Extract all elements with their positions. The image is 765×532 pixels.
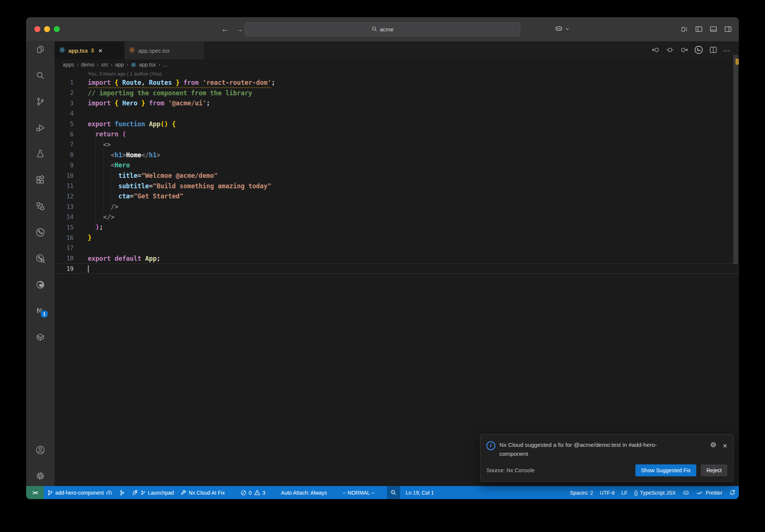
code-line[interactable]: 7 <> bbox=[55, 139, 739, 150]
search-icon bbox=[372, 26, 377, 33]
errors-icon bbox=[241, 490, 247, 496]
problems-item[interactable]: 0 3 bbox=[237, 486, 269, 499]
nav-back-button[interactable]: ← bbox=[221, 25, 229, 34]
settings-gear-icon[interactable] bbox=[35, 471, 45, 481]
overview-ruler-warning-marker bbox=[735, 59, 739, 65]
edge-icon[interactable] bbox=[35, 280, 45, 290]
git-graph-icon bbox=[119, 490, 125, 496]
nx-icon[interactable]: N> 1 bbox=[35, 306, 45, 316]
breadcrumb-item[interactable]: demo bbox=[81, 62, 94, 68]
breadcrumb-item[interactable]: app.tsx bbox=[139, 62, 156, 68]
vim-mode-item[interactable]: -- NORMAL -- bbox=[339, 486, 378, 499]
window-controls bbox=[34, 26, 60, 32]
line-number: 19 bbox=[55, 265, 74, 272]
hierarchy-icon[interactable] bbox=[35, 201, 45, 211]
search-icon[interactable] bbox=[35, 71, 45, 80]
code-line[interactable]: 19 bbox=[55, 263, 739, 274]
toggle-panel-icon[interactable] bbox=[709, 25, 718, 33]
code-line[interactable]: 12 cta="Get Started" bbox=[55, 191, 739, 202]
code-line[interactable]: 8 <h1>Home</h1> bbox=[55, 150, 739, 160]
copilot-status-item[interactable] bbox=[679, 486, 693, 499]
tab-app-spec-tsx[interactable]: app.spec.tsx bbox=[124, 41, 205, 59]
toggle-secondary-sidebar-icon[interactable] bbox=[724, 25, 732, 33]
code-line[interactable]: 6 return ( bbox=[55, 129, 739, 139]
code-line[interactable]: 3import { Hero } from '@acme/ui'; bbox=[55, 98, 739, 108]
auto-attach-item[interactable]: Auto Attach: Always bbox=[278, 486, 330, 499]
nx-cloud-ai-fix-item[interactable]: Nx Cloud AI Fix bbox=[177, 486, 228, 499]
code-line[interactable]: 18export default App; bbox=[55, 253, 739, 264]
code-area[interactable]: You, 3 hours ago | 1 author (You) 1impor… bbox=[55, 70, 739, 486]
scrollbar[interactable] bbox=[733, 55, 738, 264]
next-change-icon[interactable] bbox=[680, 46, 688, 56]
git-blame-annotation: You, 3 hours ago | 1 author (You) bbox=[88, 70, 739, 77]
encoding-item[interactable]: UTF-8 bbox=[597, 486, 618, 499]
code-line[interactable]: 4 bbox=[55, 108, 739, 119]
current-change-icon[interactable] bbox=[666, 46, 674, 56]
tab-label: app.spec.tsx bbox=[138, 47, 170, 54]
tab-label: app.tsx bbox=[68, 47, 88, 54]
reject-button[interactable]: Reject bbox=[701, 464, 727, 476]
formatter-item[interactable]: Prettier bbox=[693, 486, 726, 499]
nx-badge: 1 bbox=[40, 310, 49, 318]
command-center-search[interactable]: acme bbox=[245, 22, 520, 36]
code-line[interactable]: 2// importing the component from the lib… bbox=[55, 88, 739, 98]
zoom-out-magnifier-icon bbox=[390, 489, 397, 496]
chevron-right-icon: › bbox=[158, 62, 160, 68]
source-control-icon[interactable] bbox=[35, 97, 45, 106]
breadcrumb-item[interactable]: apps bbox=[63, 62, 74, 68]
code-lines: 1import { Route, Routes } from 'react-ro… bbox=[55, 77, 739, 274]
explorer-icon[interactable] bbox=[35, 44, 45, 54]
zoom-window-button[interactable] bbox=[54, 26, 60, 32]
indent-guide bbox=[111, 160, 111, 212]
indent-guide bbox=[103, 139, 103, 222]
language-mode-item[interactable]: {} TypeScript JSX bbox=[631, 486, 679, 499]
code-line[interactable]: 9 <Hero bbox=[55, 160, 739, 171]
customize-layout-icon[interactable] bbox=[681, 25, 688, 33]
chevron-right-icon: › bbox=[111, 62, 112, 68]
git-branch-item[interactable]: add-hero-component bbox=[44, 486, 116, 499]
container-icon[interactable] bbox=[35, 332, 45, 342]
minimize-window-button[interactable] bbox=[44, 26, 50, 32]
run-debug-icon[interactable] bbox=[35, 123, 45, 133]
code-line[interactable]: 14 </> bbox=[55, 212, 739, 222]
code-line[interactable]: 17 bbox=[55, 243, 739, 253]
breadcrumb-item[interactable]: app bbox=[115, 62, 124, 68]
code-line[interactable]: 5export function App() { bbox=[55, 119, 739, 129]
account-icon[interactable] bbox=[35, 445, 45, 455]
code-line[interactable]: 16} bbox=[55, 232, 739, 243]
toggle-primary-sidebar-icon[interactable] bbox=[695, 25, 703, 33]
code-line[interactable]: 10 title="Welcmoe @acme/demo" bbox=[55, 170, 739, 181]
close-tab-icon[interactable]: × bbox=[98, 47, 102, 54]
notifications-bell-item[interactable] bbox=[726, 486, 739, 499]
code-line[interactable]: 1import { Route, Routes } from 'react-ro… bbox=[55, 77, 739, 88]
breadcrumb-item[interactable]: ... bbox=[163, 62, 167, 68]
copilot-menu[interactable] bbox=[554, 17, 569, 41]
breadcrumb-item[interactable]: src bbox=[101, 62, 108, 68]
more-actions-icon[interactable]: ⋯ bbox=[723, 46, 731, 55]
nx-run-target-icon[interactable] bbox=[694, 45, 703, 56]
eol-item[interactable]: LF bbox=[618, 486, 631, 499]
git-graph-item[interactable] bbox=[116, 486, 128, 499]
tab-app-tsx[interactable]: app.tsx 3 × bbox=[55, 41, 124, 59]
remote-indicator[interactable]: >< bbox=[26, 486, 44, 499]
tab-problems-badge: 3 bbox=[91, 47, 94, 53]
circled-branch-icon[interactable] bbox=[35, 228, 45, 237]
nav-forward-button[interactable]: → bbox=[236, 25, 244, 34]
line-number: 14 bbox=[55, 213, 74, 220]
close-notification-icon[interactable]: × bbox=[723, 442, 727, 449]
indentation-item[interactable]: Spaces: 2 bbox=[567, 486, 597, 499]
extensions-icon[interactable] bbox=[35, 175, 45, 185]
launchpad-item[interactable]: Launchpad bbox=[128, 486, 177, 499]
zoom-out-item[interactable] bbox=[387, 486, 400, 499]
previous-change-icon[interactable] bbox=[651, 46, 660, 56]
notification-settings-gear-icon[interactable] bbox=[710, 441, 717, 450]
code-line[interactable]: 11 subtitle="Build something amazing tod… bbox=[55, 181, 739, 191]
split-editor-icon[interactable] bbox=[709, 46, 718, 56]
close-window-button[interactable] bbox=[34, 26, 40, 32]
circled-branch-search-icon[interactable] bbox=[35, 254, 45, 263]
testing-icon[interactable] bbox=[35, 149, 45, 159]
code-line[interactable]: 13 /> bbox=[55, 201, 739, 212]
cursor-position-item[interactable]: Ln 19, Col 1 bbox=[402, 486, 437, 499]
code-line[interactable]: 15 ); bbox=[55, 222, 739, 233]
show-suggested-fix-button[interactable]: Show Suggested Fix bbox=[635, 464, 696, 476]
